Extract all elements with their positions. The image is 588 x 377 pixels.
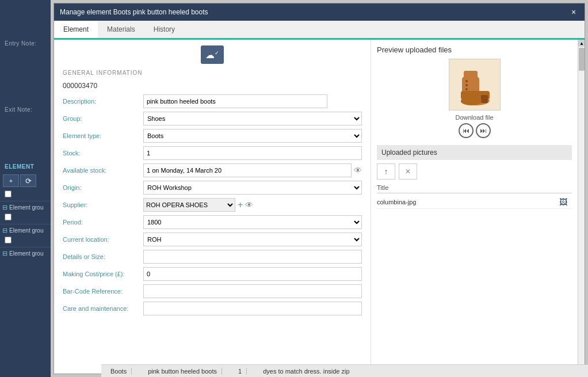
section-title: GENERAL INFORMATION: [63, 70, 362, 76]
scrollbar[interactable]: ▲ ▼: [578, 40, 585, 374]
dialog-titlebar: Manage element Boots pink button heeled …: [54, 3, 585, 21]
making-cost-label: Making Cost/price (£):: [63, 271, 143, 277]
svg-point-7: [465, 80, 468, 82]
element-checkbox-1[interactable]: [5, 191, 12, 197]
expand-icon-3: ⊟: [2, 250, 7, 257]
tab-history[interactable]: History: [144, 21, 184, 38]
file-name-1: columbina-jpg: [377, 199, 555, 205]
preview-image: [449, 59, 501, 111]
svg-rect-4: [464, 71, 478, 81]
skip-forward-button[interactable]: ⏭: [476, 123, 491, 138]
form-panel: ☁✓ GENERAL INFORMATION 000003470 Descrip…: [54, 40, 371, 374]
svg-point-8: [465, 84, 468, 86]
barcode-label: Bar-Code Reference:: [63, 288, 143, 295]
description-label: Description:: [63, 98, 143, 105]
origin-select[interactable]: ROH Workshop: [143, 181, 362, 195]
supplier-eye-icon[interactable]: 👁: [245, 200, 253, 210]
dialog-close-button[interactable]: ×: [568, 7, 579, 17]
add-supplier-icon[interactable]: +: [238, 200, 243, 210]
care-label: Care and maintenance:: [63, 305, 143, 312]
available-stock-row: Available stock: 👁: [63, 163, 362, 177]
checkbox-row-2: [0, 212, 51, 222]
add-element-button[interactable]: +: [3, 174, 19, 187]
media-controls: ⏮ ⏭: [377, 123, 572, 138]
making-cost-row: Making Cost/price (£):: [63, 267, 362, 281]
skip-back-button[interactable]: ⏮: [459, 123, 474, 138]
tab-element[interactable]: Element: [54, 21, 98, 38]
stock-input[interactable]: [143, 146, 362, 160]
boot-svg: [449, 59, 501, 111]
scroll-up-arrow[interactable]: ▲: [578, 40, 585, 47]
details-label: Details or Size:: [63, 253, 143, 260]
available-stock-input[interactable]: [143, 163, 352, 177]
dialog-tabs: Element Materials History: [54, 21, 585, 40]
element-section-label: ELEMENT: [0, 161, 51, 172]
care-input[interactable]: [143, 302, 362, 315]
upload-button[interactable]: ☁✓: [201, 45, 224, 64]
group-label-1: Element grou: [9, 204, 43, 211]
exit-note-label: Exit Note:: [0, 101, 51, 115]
available-stock-eye-icon[interactable]: 👁: [354, 166, 362, 175]
group-row: Group: Shoes: [63, 112, 362, 125]
status-col2: pink button heeled boots: [143, 368, 222, 375]
supplier-label: Supplier:: [63, 201, 143, 208]
uploaded-pictures-title: Uploaded pictures: [377, 145, 572, 160]
current-location-label: Current location:: [63, 236, 143, 243]
sidebar: Entry Note: Exit Note: ELEMENT + ⟳ ⊟ Ele…: [0, 0, 51, 377]
element-id: 000003470: [63, 82, 362, 90]
checkbox-row-3: [0, 235, 51, 245]
making-cost-input[interactable]: [143, 267, 362, 281]
origin-row: Origin: ROH Workshop: [63, 181, 362, 195]
current-location-select[interactable]: ROH: [143, 233, 362, 246]
status-bar: Boots pink button heeled boots 1 dyes to…: [101, 364, 588, 377]
element-checkbox-3[interactable]: [5, 237, 12, 243]
checkbox-row-1: [0, 189, 51, 199]
expand-icon-2: ⊟: [2, 227, 7, 234]
element-type-select[interactable]: Boots: [143, 129, 362, 143]
element-group-3[interactable]: ⊟ Element grou: [0, 247, 51, 258]
delete-file-button[interactable]: ✕: [399, 163, 417, 180]
manage-element-dialog: Manage element Boots pink button heeled …: [54, 3, 585, 374]
files-header: Title: [377, 184, 572, 193]
edit-element-button[interactable]: ⟳: [20, 174, 36, 187]
file-row-1: columbina-jpg 🖼: [377, 196, 572, 209]
dialog-title: Manage element Boots pink button heeled …: [60, 8, 208, 16]
element-toolbar: + ⟳: [0, 172, 51, 189]
details-row: Details or Size:: [63, 250, 362, 264]
element-group-1[interactable]: ⊟ Element grou: [0, 201, 51, 212]
files-title-column: Title: [377, 184, 555, 191]
period-label: Period:: [63, 219, 143, 226]
preview-title: Preview uploaded files: [377, 45, 572, 54]
details-input[interactable]: [143, 250, 362, 264]
stock-label: Stock:: [63, 150, 143, 157]
entry-note-label: Entry Note:: [0, 35, 51, 49]
current-location-row: Current location: ROH: [63, 233, 362, 246]
period-row: Period: 1800: [63, 215, 362, 229]
dialog-body: ☁✓ GENERAL INFORMATION 000003470 Descrip…: [54, 40, 585, 374]
element-checkbox-2[interactable]: [5, 214, 12, 220]
barcode-input[interactable]: [143, 284, 362, 298]
files-action-column: [555, 184, 572, 191]
file-icon-1[interactable]: 🖼: [555, 197, 572, 207]
scroll-track: [578, 47, 585, 367]
description-input[interactable]: [143, 94, 327, 108]
status-col4: dyes to match dress. inside zip: [258, 368, 354, 375]
group-select[interactable]: Shoes: [143, 112, 362, 125]
status-col3: 1: [234, 368, 247, 375]
care-row: Care and maintenance:: [63, 302, 362, 315]
tab-materials[interactable]: Materials: [98, 21, 144, 38]
scroll-thumb[interactable]: [579, 48, 585, 71]
upload-controls: ↑ ✕: [377, 163, 572, 180]
period-select[interactable]: 1800: [143, 215, 362, 229]
svg-rect-5: [481, 95, 488, 103]
element-group-2[interactable]: ⊟ Element grou: [0, 224, 51, 235]
right-panel: Preview uploaded files: [371, 40, 578, 374]
description-row: Description:: [63, 94, 362, 108]
main-content: Manage element Boots pink button heeled …: [51, 0, 588, 377]
upload-btn-row: ☁✓: [63, 45, 362, 64]
upload-file-button[interactable]: ↑: [377, 163, 395, 180]
group-label-2: Element grou: [9, 227, 43, 234]
svg-point-6: [461, 97, 482, 105]
svg-point-9: [465, 88, 468, 90]
supplier-select[interactable]: ROH OPERA SHOES: [143, 198, 235, 212]
